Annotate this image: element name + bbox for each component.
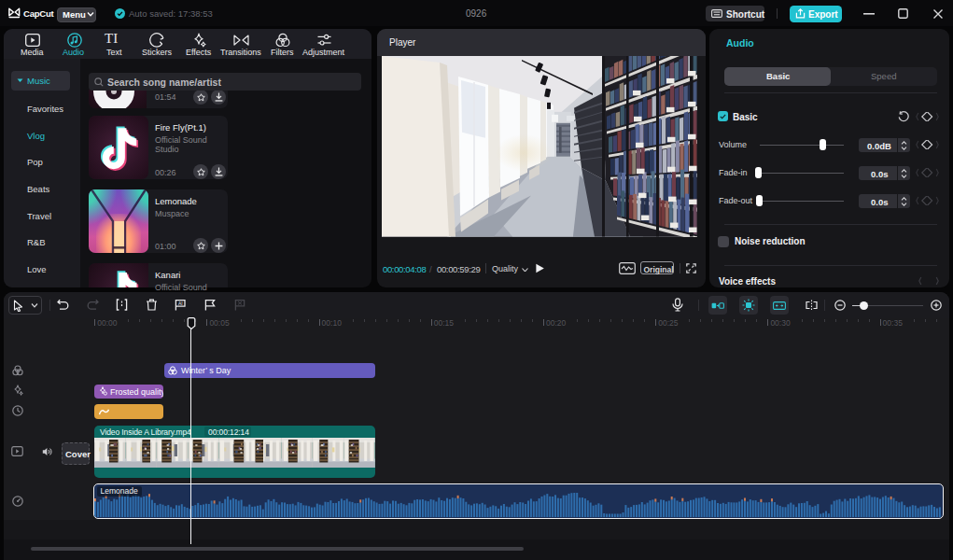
svg-text:AI: AI bbox=[178, 301, 183, 306]
